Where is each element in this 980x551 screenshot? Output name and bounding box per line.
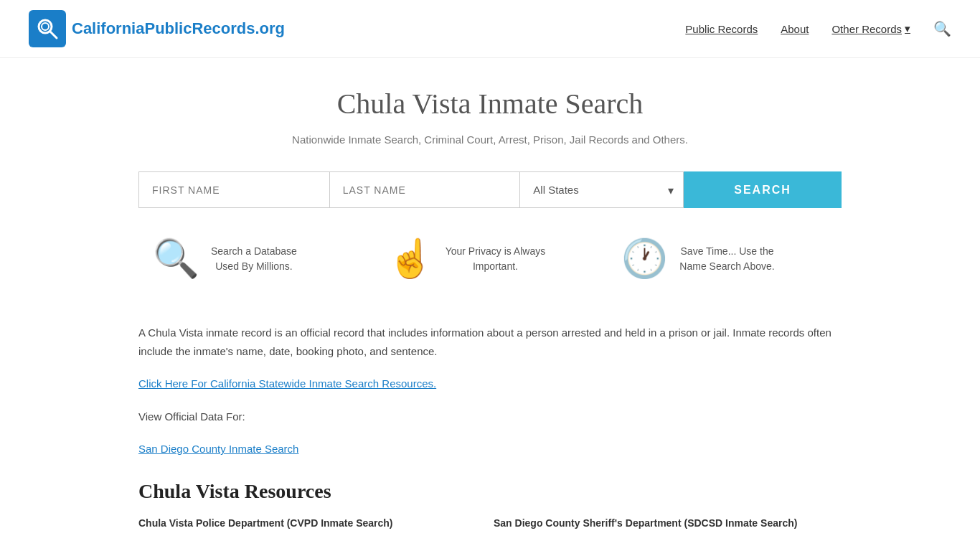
nav-public-records[interactable]: Public Records xyxy=(685,23,758,35)
main-content: Chula Vista Inmate Search Nationwide Inm… xyxy=(95,58,885,551)
search-button[interactable]: SEARCH xyxy=(684,171,842,208)
page-title: Chula Vista Inmate Search xyxy=(138,87,842,121)
features-row: 🔍 Search a Database Used By Millions. ☝ … xyxy=(138,237,842,281)
feature-database-text: Search a Database Used By Millions. xyxy=(211,244,297,274)
resource-cvpd: Chula Vista Police Department (CVPD Inma… xyxy=(138,517,486,529)
logo-text: CaliforniaPublicRecords.org xyxy=(72,19,285,38)
california-statewide-link[interactable]: Click Here For California Statewide Inma… xyxy=(138,377,436,390)
page-subtitle: Nationwide Inmate Search, Criminal Court… xyxy=(138,133,842,146)
feature-privacy-text: Your Privacy is Always Important. xyxy=(446,244,546,274)
state-select-wrapper: All StatesAlabamaAlaskaArizonaArkansasCa… xyxy=(519,171,684,208)
nav-area: Public Records About Other Records ▾ 🔍 xyxy=(685,20,951,37)
body-paragraph1: A Chula Vista inmate record is an offici… xyxy=(138,324,842,360)
feature-privacy: ☝ Your Privacy is Always Important. xyxy=(373,237,608,281)
search-icon[interactable]: 🔍 xyxy=(933,20,951,37)
view-official-label: View Official Data For: xyxy=(138,408,842,426)
fingerprint-icon: ☝ xyxy=(387,237,434,281)
logo-area: CaliforniaPublicRecords.org xyxy=(29,10,285,47)
resource-sdcsd: San Diego County Sheriff's Department (S… xyxy=(494,517,842,529)
last-name-input[interactable] xyxy=(329,171,520,208)
san-diego-link[interactable]: San Diego County Inmate Search xyxy=(138,443,298,455)
nav-about[interactable]: About xyxy=(781,23,809,35)
chevron-down-icon: ▾ xyxy=(905,22,910,35)
search-icon: 🔍 xyxy=(153,237,199,281)
feature-database: 🔍 Search a Database Used By Millions. xyxy=(138,237,373,281)
body-section: A Chula Vista inmate record is an offici… xyxy=(138,324,842,458)
first-name-input[interactable] xyxy=(138,171,329,208)
nav-other-records[interactable]: Other Records ▾ xyxy=(831,22,910,35)
feature-time: 🕐 Save Time... Use the Name Search Above… xyxy=(607,237,842,281)
resources-grid: Chula Vista Police Department (CVPD Inma… xyxy=(138,517,842,529)
logo-icon xyxy=(29,10,66,47)
clock-icon: 🕐 xyxy=(621,237,668,281)
header: CaliforniaPublicRecords.org Public Recor… xyxy=(0,0,980,58)
resources-section: Chula Vista Resources Chula Vista Police… xyxy=(138,480,842,529)
svg-line-1 xyxy=(50,32,57,38)
resources-title: Chula Vista Resources xyxy=(138,480,842,503)
feature-time-text: Save Time... Use the Name Search Above. xyxy=(679,244,774,274)
svg-point-2 xyxy=(42,23,49,30)
state-select[interactable]: All StatesAlabamaAlaskaArizonaArkansasCa… xyxy=(519,171,684,208)
search-form: All StatesAlabamaAlaskaArizonaArkansasCa… xyxy=(138,171,842,208)
